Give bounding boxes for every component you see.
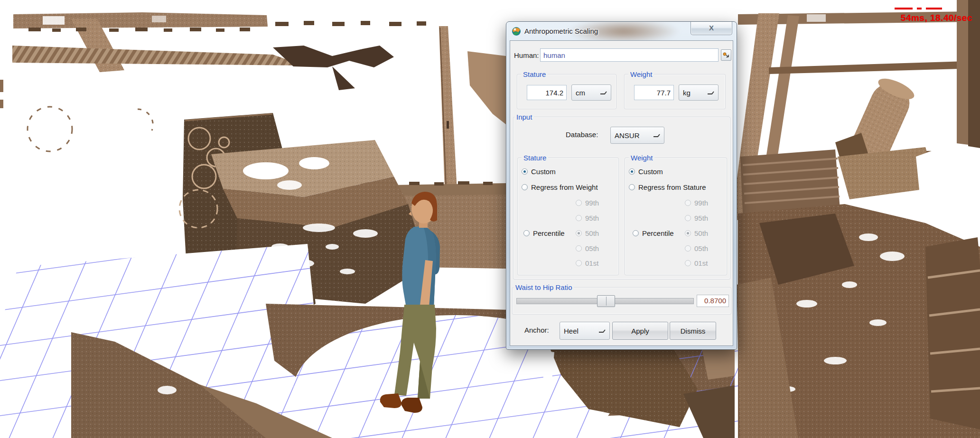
apply-button[interactable]: Apply xyxy=(612,322,668,340)
radio-icon[interactable] xyxy=(633,230,639,236)
human-row: Human: xyxy=(510,48,733,64)
object-picker-button[interactable] xyxy=(721,49,731,61)
input-group-title: Input xyxy=(514,113,534,121)
stature-group-title: Stature xyxy=(521,70,548,78)
weight-regress-label[interactable]: Regress from Stature xyxy=(638,183,706,191)
radio-disabled-icon xyxy=(576,215,582,221)
weight-unit-value: kg xyxy=(683,89,691,97)
database-dropdown[interactable]: ANSUR xyxy=(610,127,664,144)
santos-sphere-icon xyxy=(512,27,521,36)
weight-value-field[interactable] xyxy=(634,85,674,100)
stature-options-title: Stature xyxy=(522,154,548,162)
close-button[interactable]: X xyxy=(691,22,732,35)
weight-unit-dropdown[interactable]: kg xyxy=(679,84,719,101)
whr-value-field[interactable]: 0.8700 xyxy=(697,295,729,307)
stature-p99-label: 99th xyxy=(585,199,599,207)
dropdown-arrow-icon xyxy=(598,329,606,333)
weight-p05-label: 05th xyxy=(694,244,708,252)
weight-custom-label[interactable]: Custom xyxy=(638,168,663,176)
weight-p99-radio-row: 99th xyxy=(685,199,708,207)
anchor-label: Anchor: xyxy=(524,326,549,334)
weight-p95-label: 95th xyxy=(694,214,708,222)
weight-p50-label: 50th xyxy=(694,229,708,237)
radio-disabled-icon xyxy=(576,260,582,266)
radio-disabled-icon xyxy=(685,215,691,221)
input-group: Input Database: ANSUR Stature Custom xyxy=(513,117,730,280)
human-name-input[interactable] xyxy=(540,48,719,62)
whr-title: Waist to Hip Ratio xyxy=(513,283,574,291)
pointcloud-right-structures xyxy=(732,0,980,438)
stature-p50-label: 50th xyxy=(585,229,599,237)
weight-p01-label: 01st xyxy=(694,259,708,267)
weight-p50-radio-row: 50th xyxy=(685,229,708,237)
stature-p95-label: 95th xyxy=(585,214,599,222)
weight-percentile-label[interactable]: Percentile xyxy=(642,229,674,237)
radio-disabled-icon xyxy=(685,245,691,252)
stature-p01-label: 01st xyxy=(585,259,598,267)
anthropometric-scaling-dialog: Anthropometric Scaling X Human: Stature xyxy=(506,21,737,350)
radio-icon[interactable] xyxy=(522,184,528,190)
anchor-value: Heel xyxy=(564,327,579,335)
radio-checked-icon[interactable] xyxy=(629,168,635,175)
stature-p01-radio-row: 01st xyxy=(576,259,598,267)
stature-custom-radio-row[interactable]: Custom xyxy=(522,168,556,176)
stature-unit-dropdown[interactable]: cm xyxy=(571,84,611,101)
database-label: Database: xyxy=(566,130,598,139)
weight-p01-radio-row: 01st xyxy=(685,259,708,267)
stature-p50-radio-row: 50th xyxy=(576,229,599,237)
weight-p99-label: 99th xyxy=(694,199,708,207)
radio-disabled-icon xyxy=(576,200,582,206)
whr-slider-handle[interactable] xyxy=(597,295,615,307)
anchor-dropdown[interactable]: Heel xyxy=(560,322,610,340)
weight-measure-group: Weight kg xyxy=(624,74,726,109)
radio-icon[interactable] xyxy=(523,230,530,236)
stature-p95-radio-row: 95th xyxy=(576,214,599,222)
dropdown-arrow-icon xyxy=(600,91,607,95)
stature-measure-group: Stature cm xyxy=(517,74,616,109)
human-label: Human: xyxy=(514,51,539,59)
stature-options-group: Stature Custom Regress from Weight 99th xyxy=(517,158,619,275)
dialog-title: Anthropometric Scaling xyxy=(524,27,598,35)
stature-regress-radio-row[interactable]: Regress from Weight xyxy=(522,183,598,191)
radio-checked-icon[interactable] xyxy=(522,168,528,175)
stats-clipped-artifact xyxy=(895,8,966,11)
weight-p95-radio-row: 95th xyxy=(685,214,708,222)
weight-options-group: Weight Custom Regress from Stature 99th xyxy=(625,158,727,275)
radio-icon[interactable] xyxy=(629,184,635,190)
radio-disabled-checked-icon xyxy=(576,230,582,236)
pointcloud-ceiling-beams xyxy=(0,12,426,108)
3d-viewport[interactable] xyxy=(0,0,980,438)
dialog-client-area: Human: Stature cm xyxy=(510,40,733,346)
radio-disabled-icon xyxy=(576,245,582,252)
weight-p05-radio-row: 05th xyxy=(685,244,708,252)
dropdown-arrow-icon xyxy=(707,91,714,95)
app-window: 54ms, 18.40/sec Anthropometric Scaling X… xyxy=(0,0,980,438)
dismiss-button[interactable]: Dismiss xyxy=(670,322,716,340)
weight-percentile-radio-row[interactable]: Percentile xyxy=(633,229,674,237)
radio-disabled-icon xyxy=(685,200,691,206)
stature-p99-radio-row: 99th xyxy=(576,199,599,207)
stature-percentile-label[interactable]: Percentile xyxy=(533,229,565,237)
weight-custom-radio-row[interactable]: Custom xyxy=(629,168,663,176)
weight-group-title: Weight xyxy=(628,70,654,78)
radio-disabled-icon xyxy=(685,260,691,266)
weight-options-title: Weight xyxy=(629,154,654,162)
stature-p05-radio-row: 05th xyxy=(576,244,599,252)
dropdown-arrow-icon xyxy=(653,133,660,138)
render-stats-text: 54ms, 18.40/sec xyxy=(901,13,972,23)
waist-hip-ratio-group: Waist to Hip Ratio 0.8700 xyxy=(512,287,731,315)
stature-p05-label: 05th xyxy=(585,244,599,252)
database-value: ANSUR xyxy=(615,131,640,140)
stature-unit-value: cm xyxy=(576,89,585,97)
stature-custom-label[interactable]: Custom xyxy=(531,168,556,176)
pointcloud-wall-circles xyxy=(28,107,153,151)
avatar-front-shoe xyxy=(380,393,401,408)
object-picker-icon xyxy=(722,52,730,58)
weight-regress-radio-row[interactable]: Regress from Stature xyxy=(629,183,706,191)
dialog-titlebar[interactable]: Anthropometric Scaling X xyxy=(510,22,733,40)
stature-percentile-radio-row[interactable]: Percentile xyxy=(523,229,565,237)
stature-regress-label[interactable]: Regress from Weight xyxy=(531,183,598,191)
radio-disabled-checked-icon xyxy=(685,230,691,236)
stature-value-field[interactable] xyxy=(527,85,567,100)
